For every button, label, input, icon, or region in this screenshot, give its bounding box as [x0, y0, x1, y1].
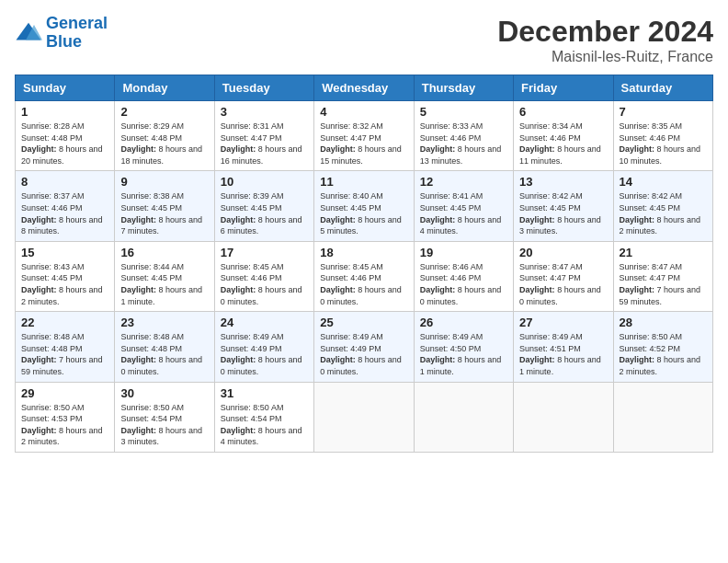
day-number: 16: [120, 246, 208, 259]
calendar-table: SundayMondayTuesdayWednesdayThursdayFrid…: [15, 75, 713, 453]
column-header-saturday: Saturday: [613, 75, 712, 101]
cell-info: Sunrise: 8:40 AMSunset: 4:45 PMDaylight:…: [320, 190, 407, 236]
calendar-cell: 2Sunrise: 8:29 AMSunset: 4:48 PMDaylight…: [115, 101, 214, 171]
calendar-cell: [314, 382, 414, 452]
cell-info: Sunrise: 8:50 AMSunset: 4:52 PMDaylight:…: [620, 331, 707, 377]
calendar-cell: 19Sunrise: 8:46 AMSunset: 4:46 PMDayligh…: [414, 241, 513, 311]
day-number: 24: [221, 316, 308, 329]
calendar-cell: 23Sunrise: 8:48 AMSunset: 4:48 PMDayligh…: [115, 312, 214, 382]
day-number: 21: [620, 246, 707, 259]
cell-info: Sunrise: 8:37 AMSunset: 4:46 PMDaylight:…: [21, 190, 108, 236]
day-number: 9: [120, 175, 208, 189]
day-number: 4: [320, 105, 407, 119]
calendar-cell: 10Sunrise: 8:39 AMSunset: 4:45 PMDayligh…: [214, 171, 313, 241]
cell-info: Sunrise: 8:49 AMSunset: 4:51 PMDaylight:…: [519, 331, 607, 377]
calendar-cell: 4Sunrise: 8:32 AMSunset: 4:47 PMDaylight…: [314, 101, 414, 171]
day-number: 7: [620, 105, 707, 119]
day-number: 5: [420, 105, 507, 119]
calendar-cell: 3Sunrise: 8:31 AMSunset: 4:47 PMDaylight…: [214, 101, 313, 171]
cell-info: Sunrise: 8:29 AMSunset: 4:48 PMDaylight:…: [120, 121, 208, 167]
column-header-monday: Monday: [115, 75, 214, 101]
cell-info: Sunrise: 8:33 AMSunset: 4:46 PMDaylight:…: [420, 121, 507, 167]
cell-info: Sunrise: 8:42 AMSunset: 4:45 PMDaylight:…: [519, 190, 607, 236]
day-number: 25: [320, 316, 407, 329]
calendar-cell: 31Sunrise: 8:50 AMSunset: 4:54 PMDayligh…: [214, 382, 313, 452]
cell-info: Sunrise: 8:42 AMSunset: 4:45 PMDaylight:…: [620, 190, 707, 236]
cell-info: Sunrise: 8:50 AMSunset: 4:54 PMDaylight:…: [221, 402, 308, 448]
column-header-thursday: Thursday: [414, 75, 513, 101]
calendar-cell: 9Sunrise: 8:38 AMSunset: 4:45 PMDaylight…: [115, 171, 214, 241]
cell-info: Sunrise: 8:43 AMSunset: 4:45 PMDaylight:…: [21, 261, 108, 307]
cell-info: Sunrise: 8:34 AMSunset: 4:46 PMDaylight:…: [519, 121, 607, 167]
cell-info: Sunrise: 8:49 AMSunset: 4:49 PMDaylight:…: [320, 331, 407, 377]
cell-info: Sunrise: 8:38 AMSunset: 4:45 PMDaylight:…: [120, 190, 208, 236]
day-number: 12: [420, 175, 507, 189]
calendar-cell: 26Sunrise: 8:49 AMSunset: 4:50 PMDayligh…: [414, 312, 513, 382]
cell-info: Sunrise: 8:35 AMSunset: 4:46 PMDaylight:…: [620, 121, 707, 167]
calendar-cell: 16Sunrise: 8:44 AMSunset: 4:45 PMDayligh…: [115, 241, 214, 311]
logo-icon: [15, 19, 42, 47]
calendar-week-row: 15Sunrise: 8:43 AMSunset: 4:45 PMDayligh…: [16, 241, 713, 311]
column-header-friday: Friday: [514, 75, 613, 101]
calendar-header-row: SundayMondayTuesdayWednesdayThursdayFrid…: [16, 75, 713, 101]
cell-info: Sunrise: 8:31 AMSunset: 4:47 PMDaylight:…: [221, 121, 308, 167]
cell-info: Sunrise: 8:49 AMSunset: 4:49 PMDaylight:…: [221, 331, 308, 377]
day-number: 28: [620, 316, 707, 329]
column-header-tuesday: Tuesday: [214, 75, 313, 101]
cell-info: Sunrise: 8:48 AMSunset: 4:48 PMDaylight:…: [21, 331, 108, 377]
column-header-sunday: Sunday: [16, 75, 115, 101]
day-number: 1: [21, 105, 108, 119]
cell-info: Sunrise: 8:47 AMSunset: 4:47 PMDaylight:…: [620, 261, 707, 307]
calendar-week-row: 1Sunrise: 8:28 AMSunset: 4:48 PMDaylight…: [16, 101, 713, 171]
calendar-cell: 27Sunrise: 8:49 AMSunset: 4:51 PMDayligh…: [514, 312, 613, 382]
day-number: 17: [221, 246, 308, 259]
day-number: 19: [420, 246, 507, 259]
cell-info: Sunrise: 8:50 AMSunset: 4:54 PMDaylight:…: [120, 402, 208, 448]
day-number: 10: [221, 175, 308, 189]
title-area: December 2024 Maisnil-les-Ruitz, France: [497, 15, 713, 65]
day-number: 8: [21, 175, 108, 189]
day-number: 22: [21, 316, 108, 329]
calendar-cell: [414, 382, 513, 452]
logo-text: General Blue: [46, 15, 108, 52]
calendar-cell: [613, 382, 712, 452]
day-number: 31: [221, 386, 308, 400]
cell-info: Sunrise: 8:45 AMSunset: 4:46 PMDaylight:…: [320, 261, 407, 307]
calendar-cell: 25Sunrise: 8:49 AMSunset: 4:49 PMDayligh…: [314, 312, 414, 382]
calendar-cell: 20Sunrise: 8:47 AMSunset: 4:47 PMDayligh…: [514, 241, 613, 311]
month-title: December 2024: [497, 15, 713, 49]
day-number: 13: [519, 175, 607, 189]
calendar-cell: 29Sunrise: 8:50 AMSunset: 4:53 PMDayligh…: [16, 382, 115, 452]
calendar-cell: 28Sunrise: 8:50 AMSunset: 4:52 PMDayligh…: [613, 312, 712, 382]
calendar-cell: 13Sunrise: 8:42 AMSunset: 4:45 PMDayligh…: [514, 171, 613, 241]
column-header-wednesday: Wednesday: [314, 75, 414, 101]
calendar-cell: 21Sunrise: 8:47 AMSunset: 4:47 PMDayligh…: [613, 241, 712, 311]
calendar-cell: 30Sunrise: 8:50 AMSunset: 4:54 PMDayligh…: [115, 382, 214, 452]
day-number: 14: [620, 175, 707, 189]
calendar-cell: 12Sunrise: 8:41 AMSunset: 4:45 PMDayligh…: [414, 171, 513, 241]
cell-info: Sunrise: 8:28 AMSunset: 4:48 PMDaylight:…: [21, 121, 108, 167]
cell-info: Sunrise: 8:45 AMSunset: 4:46 PMDaylight:…: [221, 261, 308, 307]
logo-line2: Blue: [46, 32, 82, 51]
cell-info: Sunrise: 8:41 AMSunset: 4:45 PMDaylight:…: [420, 190, 507, 236]
day-number: 29: [21, 386, 108, 400]
day-number: 15: [21, 246, 108, 259]
day-number: 30: [120, 386, 208, 400]
calendar-cell: 24Sunrise: 8:49 AMSunset: 4:49 PMDayligh…: [214, 312, 313, 382]
calendar-cell: 22Sunrise: 8:48 AMSunset: 4:48 PMDayligh…: [16, 312, 115, 382]
calendar-cell: [514, 382, 613, 452]
cell-info: Sunrise: 8:47 AMSunset: 4:47 PMDaylight:…: [519, 261, 607, 307]
calendar-cell: 15Sunrise: 8:43 AMSunset: 4:45 PMDayligh…: [16, 241, 115, 311]
day-number: 18: [320, 246, 407, 259]
calendar-week-row: 29Sunrise: 8:50 AMSunset: 4:53 PMDayligh…: [16, 382, 713, 452]
calendar-cell: 5Sunrise: 8:33 AMSunset: 4:46 PMDaylight…: [414, 101, 513, 171]
cell-info: Sunrise: 8:39 AMSunset: 4:45 PMDaylight:…: [221, 190, 308, 236]
day-number: 23: [120, 316, 208, 329]
cell-info: Sunrise: 8:50 AMSunset: 4:53 PMDaylight:…: [21, 402, 108, 448]
location-title: Maisnil-les-Ruitz, France: [497, 49, 713, 65]
day-number: 2: [120, 105, 208, 119]
calendar-cell: 18Sunrise: 8:45 AMSunset: 4:46 PMDayligh…: [314, 241, 414, 311]
calendar-cell: 7Sunrise: 8:35 AMSunset: 4:46 PMDaylight…: [613, 101, 712, 171]
calendar-week-row: 8Sunrise: 8:37 AMSunset: 4:46 PMDaylight…: [16, 171, 713, 241]
calendar-cell: 17Sunrise: 8:45 AMSunset: 4:46 PMDayligh…: [214, 241, 313, 311]
